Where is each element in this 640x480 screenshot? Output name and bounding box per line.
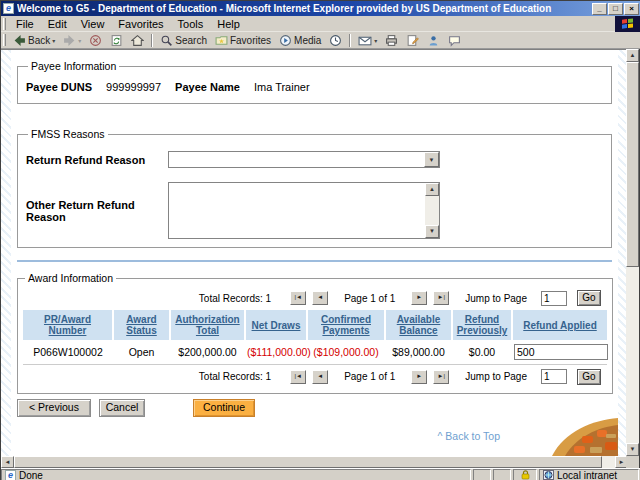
fmss-reasons-fieldset: FMSS Reasons Return Refund Reason ▼ Othe… — [17, 128, 612, 248]
go-button[interactable]: Go — [577, 369, 601, 385]
return-refund-reason-label: Return Refund Reason — [26, 154, 168, 166]
vertical-scrollbar[interactable]: ▲ ▼ — [626, 49, 639, 456]
window-title: Welcome to G5 - Department of Education … — [17, 3, 591, 14]
payee-duns-label: Payee DUNS — [26, 81, 92, 93]
back-dropdown-icon[interactable]: ▾ — [52, 37, 55, 44]
minimize-button[interactable]: _ — [592, 3, 607, 15]
page-indicator: Page 1 of 1 — [344, 293, 395, 304]
first-page-button[interactable]: |◄ — [290, 370, 306, 384]
messenger-icon — [427, 34, 440, 47]
scroll-down-icon[interactable]: ▼ — [425, 225, 439, 238]
jump-to-page-input[interactable] — [541, 291, 567, 306]
history-button[interactable] — [325, 33, 346, 48]
edit-button[interactable] — [402, 33, 423, 48]
next-page-button[interactable]: ► — [411, 370, 427, 384]
media-button[interactable]: Media — [275, 33, 325, 48]
textarea-scrollbar[interactable]: ▲ ▼ — [425, 183, 439, 238]
forward-button[interactable]: ▾ — [59, 33, 85, 48]
stop-icon — [89, 34, 102, 47]
status-pane-empty — [473, 469, 491, 480]
forward-icon — [63, 34, 76, 47]
corner-desks-image — [546, 416, 618, 456]
payee-duns-value: 999999997 — [106, 81, 161, 93]
go-button[interactable]: Go — [577, 290, 601, 306]
windows-flag-icon — [622, 18, 634, 29]
scroll-down-icon[interactable]: ▼ — [626, 443, 639, 456]
last-page-button[interactable]: ►| — [433, 370, 449, 384]
total-records: Total Records: 1 — [199, 371, 271, 382]
refresh-button[interactable] — [106, 33, 127, 48]
menu-grip[interactable] — [3, 18, 6, 30]
cell-confirmed-payments: ($109,000.00) — [307, 340, 385, 364]
menu-bar: File Edit View Favorites Tools Help — [1, 16, 640, 32]
mail-button[interactable]: ▾ — [354, 33, 381, 48]
previous-page-button[interactable]: ◄ — [312, 370, 328, 384]
vertical-scroll-thumb[interactable] — [626, 62, 639, 267]
header-authorization-total[interactable]: Authorization Total — [175, 314, 239, 336]
messenger-button[interactable] — [423, 33, 444, 48]
forward-dropdown-icon[interactable]: ▾ — [78, 37, 81, 44]
other-return-refund-reason-label: Other Return Refund Reason — [26, 199, 168, 223]
other-return-refund-reason-textarea[interactable]: ▲ ▼ — [168, 182, 440, 239]
home-button[interactable] — [127, 33, 148, 48]
select-dropdown-icon[interactable]: ▼ — [424, 152, 439, 167]
fmss-reasons-legend: FMSS Reasons — [28, 128, 108, 140]
search-icon — [160, 34, 173, 47]
pagination-bar-top: Total Records: 1 |◄ ◄ Page 1 of 1 ► ►| J… — [23, 286, 607, 310]
intranet-zone-icon — [543, 470, 554, 480]
payee-information-legend: Payee Information — [28, 60, 119, 72]
scroll-up-icon[interactable]: ▲ — [626, 49, 639, 62]
cell-authorization-total: $200,000.00 — [170, 340, 245, 364]
edit-icon — [406, 34, 419, 47]
previous-page-button[interactable]: ◄ — [312, 291, 328, 305]
toolbar-separator — [151, 34, 153, 47]
menu-file[interactable]: File — [9, 17, 41, 31]
horizontal-scroll-thumb[interactable] — [14, 456, 602, 468]
menu-edit[interactable]: Edit — [41, 17, 74, 31]
status-pane-empty — [493, 469, 511, 480]
header-refund-applied[interactable]: Refund Applied — [523, 320, 597, 331]
cell-refund-applied — [512, 340, 607, 364]
refund-applied-input[interactable] — [514, 344, 608, 360]
header-pr-award-number[interactable]: PR/Award Number — [44, 314, 91, 336]
menu-favorites[interactable]: Favorites — [111, 17, 170, 31]
stop-button[interactable] — [85, 33, 106, 48]
scroll-up-icon[interactable]: ▲ — [425, 183, 439, 196]
scroll-left-icon[interactable]: ◄ — [1, 456, 14, 468]
header-net-draws[interactable]: Net Draws — [252, 320, 301, 331]
restore-button[interactable]: □ — [608, 3, 623, 15]
mail-dropdown-icon[interactable]: ▾ — [374, 37, 377, 44]
back-button[interactable]: Back ▾ — [9, 33, 59, 48]
menu-help[interactable]: Help — [210, 17, 247, 31]
header-confirmed-payments[interactable]: Confirmed Payments — [321, 314, 371, 336]
toolbar-grip[interactable] — [3, 34, 6, 46]
first-page-button[interactable]: |◄ — [290, 291, 306, 305]
browser-window: e Welcome to G5 - Department of Educatio… — [0, 0, 640, 480]
search-button[interactable]: Search — [156, 33, 211, 48]
print-button[interactable] — [381, 33, 402, 48]
mail-icon — [358, 34, 372, 47]
page-content: Payee Information Payee DUNS 999999997 P… — [11, 50, 618, 456]
header-award-status[interactable]: Award Status — [126, 314, 157, 336]
cell-available-balance: $89,000.00 — [385, 340, 452, 364]
print-icon — [385, 34, 398, 47]
header-refund-previously[interactable]: Refund Previously — [457, 314, 508, 336]
menu-tools[interactable]: Tools — [171, 17, 211, 31]
horizontal-scrollbar[interactable]: ◄ ► — [1, 456, 628, 468]
back-icon — [13, 34, 26, 47]
back-to-top-link[interactable]: ^ Back to Top — [437, 430, 500, 442]
header-available-balance[interactable]: Available Balance — [397, 314, 441, 336]
close-button[interactable]: × — [624, 3, 639, 15]
cell-award-status: Open — [113, 340, 170, 364]
discuss-button[interactable] — [444, 33, 465, 48]
discuss-icon — [448, 34, 461, 47]
return-refund-reason-select[interactable]: ▼ — [168, 151, 440, 168]
jump-to-page-input[interactable] — [541, 369, 567, 384]
favorites-button[interactable]: Favorites — [211, 33, 275, 48]
next-page-button[interactable]: ► — [411, 291, 427, 305]
last-page-button[interactable]: ►| — [433, 291, 449, 305]
menu-view[interactable]: View — [74, 17, 112, 31]
toolbar-separator — [349, 34, 351, 47]
return-refund-reason-row: Return Refund Reason ▼ — [26, 151, 603, 168]
award-table-row: P066W100002 Open $200,000.00 ($111,000.0… — [23, 340, 607, 364]
